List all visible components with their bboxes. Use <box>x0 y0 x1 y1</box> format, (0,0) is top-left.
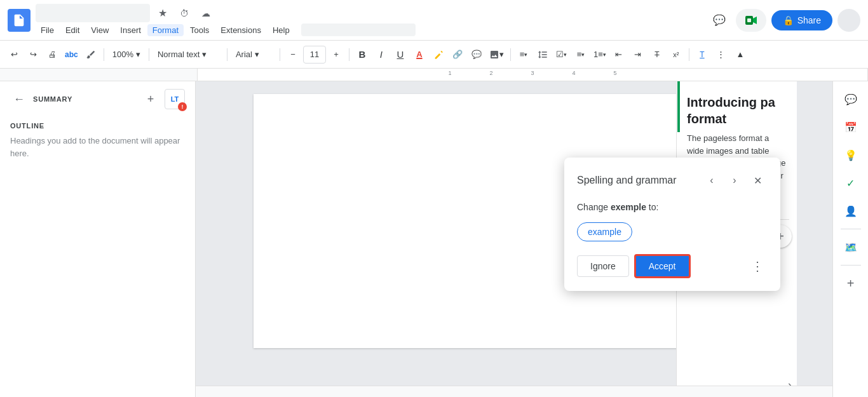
style-chevron-icon: ▾ <box>202 50 207 59</box>
comment-inline-button[interactable]: 💬 <box>468 45 485 64</box>
numbered-list-button[interactable]: 1≡▾ <box>591 45 609 64</box>
sidebar-outline: OUTLINE Headings you add to the document… <box>0 117 195 165</box>
image-button[interactable]: ▾ <box>487 45 506 64</box>
style-value: Normal text <box>158 50 200 59</box>
cloud-button[interactable]: ☁ <box>197 4 215 22</box>
menu-view[interactable]: View <box>86 24 114 36</box>
divider-3 <box>227 48 227 61</box>
underline-button[interactable]: U <box>391 45 409 64</box>
right-add-button[interactable]: + <box>838 271 864 296</box>
dialog-header: Spelling and grammar ‹ › ✕ <box>577 170 768 191</box>
share-button[interactable]: 🔒 Share <box>771 10 832 30</box>
font-color-button[interactable]: A <box>410 45 428 64</box>
dialog-actions: Ignore Accept ⋮ <box>577 254 768 278</box>
accept-button[interactable]: Accept <box>634 254 691 278</box>
svg-rect-0 <box>16 20 22 21</box>
increase-indent-button[interactable]: ⇥ <box>629 45 647 64</box>
doc-area[interactable]: Spelling and grammar ‹ › ✕ Change exempl… <box>196 81 832 397</box>
decrease-font-button[interactable]: − <box>284 45 302 64</box>
more-options-dialog-button[interactable]: ⋮ <box>747 256 768 276</box>
svg-marker-3 <box>753 17 757 24</box>
line-spacing-button[interactable] <box>534 45 552 64</box>
checklist-button[interactable]: ☑▾ <box>553 45 571 64</box>
doc-title-input[interactable] <box>36 4 150 22</box>
more-options-button[interactable]: ⋮ <box>712 45 730 64</box>
divider-6 <box>510 48 511 61</box>
undo-button[interactable]: ↩ <box>5 45 23 64</box>
error-dot: ! <box>178 102 187 111</box>
clear-format-button[interactable]: T <box>648 45 666 64</box>
right-icon-panel: 💬 📅 💡 ✓ 👤 🗺️ + <box>832 81 868 397</box>
collapse-toolbar-button[interactable]: ▲ <box>731 45 749 64</box>
lock-icon: 🔒 <box>783 15 794 25</box>
dialog-prev-button[interactable]: ‹ <box>702 170 722 191</box>
history-button[interactable]: ⏱ <box>175 4 193 22</box>
sidebar-header: ← SUMMARY + LT ! <box>0 81 195 117</box>
comment-button[interactable]: 💬 <box>708 9 731 32</box>
spellcheck-button[interactable]: abc <box>62 45 81 64</box>
dialog-title: Spelling and grammar <box>577 175 677 186</box>
meet-icon <box>745 14 757 27</box>
italic-button[interactable]: I <box>372 45 390 64</box>
green-accent-bar <box>677 81 680 132</box>
zoom-select[interactable]: 100% ▾ <box>108 46 145 64</box>
lt-label: LT <box>171 95 179 103</box>
ruler-inner: 12345 <box>197 69 868 81</box>
right-calendar-button[interactable]: 📅 <box>838 114 864 140</box>
avatar[interactable] <box>837 9 860 32</box>
main-layout: ← SUMMARY + LT ! OUTLINE Headings you ad… <box>0 81 868 397</box>
star-button[interactable]: ★ <box>154 4 172 22</box>
font-size-input[interactable] <box>303 46 326 64</box>
highlight-icon <box>433 50 444 60</box>
outline-label: OUTLINE <box>10 122 185 130</box>
suggestion-chip[interactable]: example <box>577 222 632 241</box>
menu-edit[interactable]: Edit <box>60 24 85 36</box>
font-value: Arial <box>236 50 252 59</box>
suggest-button[interactable]: T <box>693 45 711 64</box>
menu-help[interactable]: Help <box>268 24 295 36</box>
menu-format[interactable]: Format <box>147 24 184 36</box>
right-chat-button[interactable]: 💬 <box>838 86 864 112</box>
paint-icon <box>86 50 96 60</box>
right-contacts-button[interactable]: 👤 <box>838 198 864 224</box>
menu-extensions[interactable]: Extensions <box>215 24 266 36</box>
align-button[interactable]: ≡▾ <box>515 45 532 64</box>
bold-button[interactable]: B <box>353 45 371 64</box>
bottom-bar <box>196 386 832 397</box>
right-panel-divider <box>841 229 861 229</box>
superscript-button[interactable]: x² <box>667 45 685 64</box>
redo-button[interactable]: ↪ <box>24 45 42 64</box>
right-maps-button[interactable]: 🗺️ <box>838 234 864 260</box>
svg-rect-4 <box>747 18 751 22</box>
sidebar-add-button[interactable]: + <box>142 90 159 108</box>
sidebar-back-button[interactable]: ← <box>10 90 28 108</box>
font-select[interactable]: Arial ▾ <box>231 46 276 64</box>
spelling-dialog: Spelling and grammar ‹ › ✕ Change exempl… <box>564 158 780 291</box>
dialog-next-button[interactable]: › <box>724 170 745 191</box>
image-chevron: ▾ <box>499 50 504 59</box>
paint-format-button[interactable] <box>82 45 100 64</box>
menu-tools[interactable]: Tools <box>185 24 214 36</box>
bullet-list-button[interactable]: ≡▾ <box>572 45 590 64</box>
ignore-button[interactable]: Ignore <box>577 255 629 277</box>
dialog-close-button[interactable]: ✕ <box>747 170 768 191</box>
print-button[interactable]: 🖨 <box>43 45 61 64</box>
chevron-down-icon: ▾ <box>136 50 140 59</box>
ruler: 12345 <box>0 69 868 81</box>
lt-badge[interactable]: LT ! <box>165 89 185 109</box>
link-button[interactable]: 🔗 <box>449 45 466 64</box>
divider-7 <box>689 48 689 61</box>
app-bar: ★ ⏱ ☁ File Edit View Insert Format Tools… <box>0 0 868 41</box>
style-select[interactable]: Normal text ▾ <box>153 46 223 64</box>
right-keep-button[interactable]: 💡 <box>838 142 864 168</box>
highlight-button[interactable] <box>430 45 447 64</box>
right-tasks-button[interactable]: ✓ <box>838 170 864 196</box>
meet-button[interactable] <box>736 9 766 32</box>
menu-insert[interactable]: Insert <box>115 24 146 36</box>
app-icon <box>8 9 31 32</box>
right-panel-divider-2 <box>841 265 861 266</box>
dialog-nav: ‹ › ✕ <box>702 170 768 191</box>
increase-font-button[interactable]: + <box>327 45 345 64</box>
menu-file[interactable]: File <box>36 24 59 36</box>
decrease-indent-button[interactable]: ⇤ <box>610 45 628 64</box>
